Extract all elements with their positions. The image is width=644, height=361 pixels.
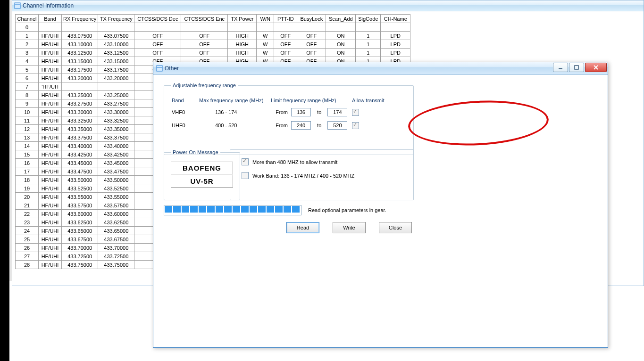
- col-header[interactable]: SigCode: [356, 15, 381, 23]
- cell-band[interactable]: HF/UHI: [39, 32, 62, 40]
- pom-line2[interactable]: UV-5R: [171, 175, 233, 188]
- cell-tx[interactable]: 433.75000: [98, 261, 134, 269]
- cell-tx[interactable]: 433.10000: [98, 40, 134, 49]
- cell-band[interactable]: [39, 23, 62, 32]
- cell-ch[interactable]: 14: [16, 142, 39, 150]
- col-header[interactable]: BusyLock: [297, 15, 326, 23]
- cell-tx[interactable]: [98, 23, 134, 32]
- cell-ch[interactable]: 19: [16, 184, 39, 193]
- cell-sig[interactable]: [356, 23, 381, 32]
- cell-band[interactable]: HF/UHI: [39, 133, 62, 142]
- opt-workband-check[interactable]: [242, 172, 249, 179]
- table-row[interactable]: 2HF/UHI433.10000433.10000OFFOFFHIGHWOFFO…: [16, 40, 410, 49]
- col-header[interactable]: CTCSS/DCS Dec: [134, 15, 181, 23]
- cell-band[interactable]: HF/UHI: [39, 210, 62, 218]
- cell-tx[interactable]: 433.45000: [98, 159, 134, 167]
- cell-rx[interactable]: 433.42500: [62, 150, 98, 159]
- cell-ch[interactable]: 22: [16, 210, 39, 218]
- cell-rx[interactable]: 433.20000: [62, 74, 98, 82]
- cell-rx[interactable]: 433.57500: [62, 201, 98, 210]
- table-row[interactable]: 0: [16, 23, 410, 32]
- cell-ch[interactable]: 7: [16, 82, 39, 91]
- cell-band[interactable]: 'HF/UH: [39, 82, 62, 91]
- cell-rx[interactable]: 433.67500: [62, 235, 98, 244]
- cell-ch[interactable]: 15: [16, 150, 39, 159]
- cell-tx[interactable]: 433.62500: [98, 218, 134, 227]
- cell-band[interactable]: HF/UHI: [39, 176, 62, 184]
- cell-ch[interactable]: 16: [16, 159, 39, 167]
- cell-pow[interactable]: HIGH: [228, 49, 257, 57]
- uhf-to-input[interactable]: [327, 121, 347, 130]
- cell-ch[interactable]: 6: [16, 74, 39, 82]
- cell-rx[interactable]: 433.60000: [62, 210, 98, 218]
- cell-ch[interactable]: 0: [16, 23, 39, 32]
- cell-tx[interactable]: 433.35000: [98, 125, 134, 133]
- cell-tx[interactable]: 433.47500: [98, 167, 134, 176]
- cell-band[interactable]: HF/UHI: [39, 66, 62, 74]
- cell-rx[interactable]: 433.52500: [62, 184, 98, 193]
- cell-rx[interactable]: 433.30000: [62, 108, 98, 116]
- col-header[interactable]: Scan_Add: [326, 15, 356, 23]
- col-header[interactable]: W/N: [257, 15, 274, 23]
- cell-dec[interactable]: [134, 23, 181, 32]
- uhf-allow-check[interactable]: [352, 122, 359, 129]
- cell-ch[interactable]: 21: [16, 201, 39, 210]
- cell-band[interactable]: HF/UHI: [39, 227, 62, 235]
- channel-titlebar[interactable]: Channel Information: [12, 0, 644, 11]
- cell-ch[interactable]: 11: [16, 116, 39, 125]
- cell-rx[interactable]: 433.17500: [62, 66, 98, 74]
- cell-ch[interactable]: 4: [16, 57, 39, 66]
- cell-tx[interactable]: 433.42500: [98, 150, 134, 159]
- cell-band[interactable]: HF/UHI: [39, 57, 62, 66]
- cell-ch[interactable]: 24: [16, 227, 39, 235]
- cell-name[interactable]: [381, 23, 410, 32]
- cell-band[interactable]: HF/UHI: [39, 142, 62, 150]
- col-header[interactable]: CTCSS/DCS Enc: [181, 15, 228, 23]
- cell-rx[interactable]: 433.55000: [62, 193, 98, 201]
- cell-rx[interactable]: 433.45000: [62, 159, 98, 167]
- cell-dec[interactable]: OFF: [134, 40, 181, 49]
- cell-band[interactable]: HF/UHI: [39, 184, 62, 193]
- cell-ch[interactable]: 17: [16, 167, 39, 176]
- cell-busy[interactable]: [297, 23, 326, 32]
- cell-ch[interactable]: 26: [16, 244, 39, 252]
- cell-rx[interactable]: 433.10000: [62, 40, 98, 49]
- cell-enc[interactable]: OFF: [181, 32, 228, 40]
- cell-ch[interactable]: 2: [16, 40, 39, 49]
- cell-ch[interactable]: 8: [16, 91, 39, 99]
- cell-tx[interactable]: 433.72500: [98, 252, 134, 261]
- cell-busy[interactable]: OFF: [297, 32, 326, 40]
- cell-rx[interactable]: 433.65000: [62, 227, 98, 235]
- cell-band[interactable]: HF/UHI: [39, 159, 62, 167]
- cell-rx[interactable]: 433.75000: [62, 261, 98, 269]
- cell-tx[interactable]: 433.15000: [98, 57, 134, 66]
- cell-band[interactable]: HF/UHI: [39, 193, 62, 201]
- read-button[interactable]: Read: [286, 222, 319, 233]
- cell-ch[interactable]: 10: [16, 108, 39, 116]
- cell-wn[interactable]: W: [257, 49, 274, 57]
- cell-ptt[interactable]: OFF: [274, 40, 297, 49]
- cell-tx[interactable]: 433.50000: [98, 176, 134, 184]
- pom-line1[interactable]: BAOFENG: [171, 162, 233, 174]
- cell-rx[interactable]: 433.40000: [62, 142, 98, 150]
- cell-rx[interactable]: 433.27500: [62, 99, 98, 108]
- cell-name[interactable]: LPD: [381, 49, 410, 57]
- cell-band[interactable]: HF/UHI: [39, 252, 62, 261]
- cell-ptt[interactable]: OFF: [274, 32, 297, 40]
- cell-band[interactable]: HF/UHI: [39, 244, 62, 252]
- cell-pow[interactable]: HIGH: [228, 32, 257, 40]
- cell-ch[interactable]: 9: [16, 99, 39, 108]
- col-header[interactable]: RX Frequency: [62, 15, 98, 23]
- other-titlebar[interactable]: Other: [153, 62, 608, 75]
- cell-rx[interactable]: [62, 23, 98, 32]
- cell-rx[interactable]: 433.47500: [62, 167, 98, 176]
- cell-band[interactable]: HF/UHI: [39, 261, 62, 269]
- cell-ptt[interactable]: [274, 23, 297, 32]
- cell-band[interactable]: HF/UHI: [39, 150, 62, 159]
- cell-scan[interactable]: ON: [326, 49, 356, 57]
- cell-band[interactable]: HF/UHI: [39, 99, 62, 108]
- cell-dec[interactable]: OFF: [134, 32, 181, 40]
- cell-rx[interactable]: 433.37500: [62, 133, 98, 142]
- cell-tx[interactable]: 433.32500: [98, 116, 134, 125]
- maximize-button[interactable]: [569, 63, 584, 72]
